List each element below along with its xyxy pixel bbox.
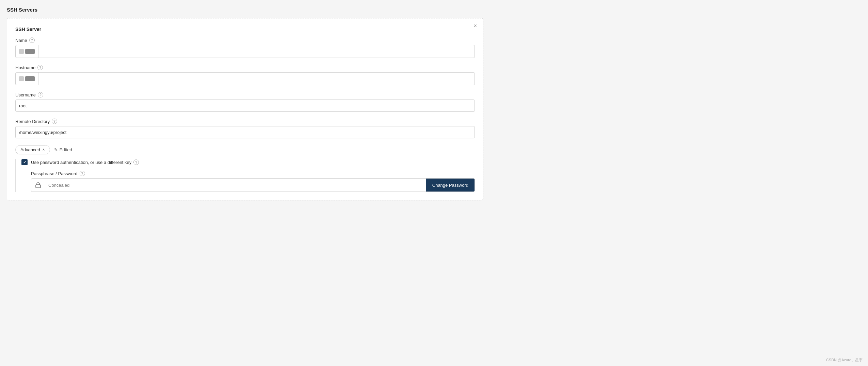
- card-section-title: SSH Server: [15, 27, 475, 32]
- passphrase-label-text: Passphrase / Password: [31, 171, 78, 176]
- username-field-group: Username ?: [15, 92, 475, 112]
- svg-rect-0: [36, 185, 41, 188]
- password-auth-label: Use password authentication, or use a di…: [31, 159, 139, 165]
- password-auth-checkbox[interactable]: ✓: [21, 159, 28, 165]
- hostname-prefix-dot-small: [19, 76, 24, 81]
- name-input-prefix: [16, 45, 38, 58]
- advanced-toggle-label: Advanced: [20, 147, 40, 152]
- passphrase-label: Passphrase / Password ?: [31, 171, 475, 176]
- remote-directory-input[interactable]: [15, 126, 475, 138]
- hostname-input-prefix: [16, 73, 38, 85]
- page-title: SSH Servers: [7, 7, 861, 13]
- edited-label: Edited: [60, 147, 72, 152]
- password-input-wrapper: Change Password: [31, 178, 475, 192]
- chevron-up-icon: ∧: [42, 148, 45, 152]
- username-help-icon: ?: [38, 92, 43, 97]
- passphrase-section: Passphrase / Password ? Change Password: [31, 171, 475, 192]
- username-input[interactable]: [15, 100, 475, 112]
- advanced-content: ✓ Use password authentication, or use a …: [15, 159, 475, 192]
- password-auth-label-text: Use password authentication, or use a di…: [31, 160, 131, 165]
- hostname-input[interactable]: [38, 73, 475, 85]
- concealed-password-input[interactable]: [45, 179, 426, 192]
- hostname-input-wrapper: [15, 72, 475, 85]
- name-help-icon: ?: [29, 37, 35, 43]
- edited-badge: ✎ Edited: [54, 147, 72, 152]
- username-label: Username ?: [15, 92, 475, 97]
- remote-directory-label: Remote Directory ?: [15, 119, 475, 124]
- password-auth-help-icon: ?: [133, 159, 139, 165]
- name-prefix-dot-small: [19, 49, 24, 54]
- checkmark-icon: ✓: [23, 160, 26, 165]
- hostname-prefix-dot-large: [25, 76, 35, 81]
- name-input-wrapper: [15, 45, 475, 58]
- advanced-section: Advanced ∧ ✎ Edited ✓ Use password authe…: [15, 145, 475, 192]
- lock-icon-container: [31, 179, 45, 192]
- name-field-group: Name ?: [15, 37, 475, 58]
- name-label: Name ?: [15, 37, 475, 43]
- name-input[interactable]: [38, 45, 475, 58]
- hostname-label-text: Hostname: [15, 65, 35, 70]
- hostname-label: Hostname ?: [15, 65, 475, 70]
- name-label-text: Name: [15, 38, 27, 43]
- ssh-server-card: × SSH Server Name ? Hostname ?: [7, 18, 483, 200]
- hostname-help-icon: ?: [37, 65, 43, 70]
- advanced-toggle-button[interactable]: Advanced ∧: [15, 145, 50, 154]
- password-auth-checkbox-row: ✓ Use password authentication, or use a …: [21, 159, 475, 165]
- remote-directory-label-text: Remote Directory: [15, 119, 50, 124]
- change-password-button[interactable]: Change Password: [426, 179, 475, 192]
- passphrase-help-icon: ?: [80, 171, 85, 176]
- footer-watermark: CSDN @Azure。星宇: [826, 357, 863, 363]
- pencil-icon: ✎: [54, 147, 58, 152]
- username-label-text: Username: [15, 92, 36, 97]
- name-prefix-dot-large: [25, 49, 35, 54]
- remote-directory-field-group: Remote Directory ?: [15, 119, 475, 138]
- lock-icon: [35, 182, 41, 188]
- close-button[interactable]: ×: [472, 22, 478, 29]
- remote-directory-help-icon: ?: [52, 119, 57, 124]
- hostname-field-group: Hostname ?: [15, 65, 475, 85]
